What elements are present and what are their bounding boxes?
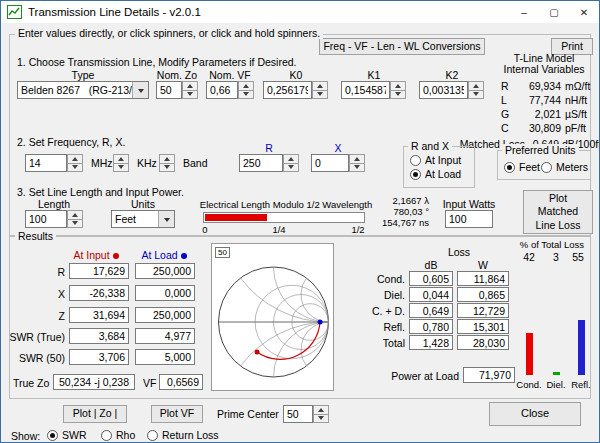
radio-at-load[interactable]: At Load (410, 168, 461, 180)
plot-vf-button[interactable]: Plot VF (151, 405, 203, 423)
bar-label-diel: Diel. (542, 379, 570, 390)
tline-g-value: 2,021 (511, 108, 561, 120)
close-button[interactable]: Close (489, 402, 581, 426)
tline-r-value: 69,934 (511, 80, 561, 92)
radio-meters[interactable]: Meters (541, 161, 588, 173)
x-spinner[interactable] (349, 154, 365, 172)
power-at-load-value: 71,970 (463, 367, 515, 383)
radio-icon (504, 162, 515, 173)
plot-zo-button[interactable]: Plot | Zo | (63, 405, 127, 423)
nom-zo-input[interactable] (156, 81, 182, 99)
type-label: Type (17, 69, 149, 81)
maximize-icon[interactable]: ▢ (539, 1, 569, 23)
mhz-label: MHz (91, 157, 113, 169)
result-row-label: R (9, 266, 65, 278)
radio-icon (410, 155, 421, 166)
nom-vf-spinner[interactable] (238, 81, 254, 99)
k2-spinner[interactable] (468, 81, 484, 99)
k1-spinner[interactable] (390, 81, 406, 99)
input-watts-input[interactable] (445, 210, 493, 228)
k2-input[interactable] (419, 81, 468, 99)
band-label: Band (183, 157, 208, 169)
nom-vf-label: Nom. VF (205, 69, 255, 81)
radio-at-input[interactable]: At Input (410, 154, 461, 166)
prime-center-spinner[interactable] (313, 405, 329, 423)
k0-spinner[interactable] (312, 81, 328, 99)
frequency-spinner[interactable] (67, 154, 83, 172)
line-type-select[interactable]: Belden 8267 (RG-213/U) (17, 81, 149, 99)
tline-l-sym: L (501, 94, 507, 106)
chevron-down-icon[interactable] (132, 82, 148, 98)
nom-zo-spinner[interactable] (182, 81, 198, 99)
true-zo-label: True Zo (13, 377, 49, 389)
r-and-x-group (403, 146, 475, 188)
app-icon (7, 5, 22, 19)
diel-loss-bar (553, 372, 560, 375)
length-label: Length (25, 198, 83, 210)
radio-show-swr[interactable]: SWR (47, 429, 87, 441)
loss-diel-w: 0,865 (457, 287, 509, 302)
k0-input[interactable] (263, 81, 312, 99)
loss-row-label: C. + D. (351, 305, 405, 317)
instruction-text: Enter values directly, or click spinners… (15, 27, 323, 39)
pct-refl-value: 55 (570, 251, 586, 263)
loss-cd-w: 12,729 (457, 303, 509, 318)
radio-feet[interactable]: Feet (504, 161, 540, 173)
loss-cond-db: 0,605 (409, 271, 453, 286)
true-zo-value: 50,234 -j 0,238 (53, 374, 135, 390)
loss-row-label: Diel. (351, 289, 405, 301)
at-input-marker-dot (113, 253, 119, 259)
loss-cond-w: 11,864 (457, 271, 509, 286)
minimize-icon[interactable]: – (509, 1, 539, 23)
k1-input[interactable] (341, 81, 390, 99)
tline-model-title-2: Internal Variables (495, 63, 593, 75)
result-z-at-load: 250,000 (135, 307, 195, 323)
units-value: Feet (112, 211, 158, 227)
frequency-input[interactable] (25, 154, 67, 172)
bar-label-refl: Refl. (567, 379, 595, 390)
length-input[interactable] (25, 210, 67, 228)
nom-vf-input[interactable] (206, 81, 238, 99)
khz-step-spinner[interactable] (159, 154, 175, 172)
conversions-button[interactable]: Freq - VF - Len - WL Conversions (319, 38, 485, 55)
tline-l-value: 77,744 (511, 94, 561, 106)
at-input-header: At Input (63, 249, 129, 261)
vf-result-value: 0,6569 (159, 374, 203, 390)
result-swr-50-at-load: 5,000 (135, 349, 195, 365)
loss-total-w: 28,030 (457, 335, 509, 350)
scale-0: 0 (201, 224, 209, 235)
prime-center-input[interactable] (283, 405, 313, 423)
loss-title: Loss (434, 246, 484, 258)
readout-ns: 154,767 ns (369, 217, 429, 228)
chevron-down-icon[interactable] (158, 211, 174, 227)
at-load-header: At Load (131, 249, 197, 261)
mhz-step-spinner[interactable] (113, 154, 129, 172)
power-at-load-label: Power at Load (367, 370, 459, 382)
scale-half: 1/2 (350, 224, 366, 235)
plot-matched-line-loss-button[interactable]: Plot Matched Line Loss (523, 190, 593, 234)
radio-show-return-loss[interactable]: Return Loss (147, 429, 219, 441)
result-row-label: X (9, 288, 65, 300)
close-icon[interactable]: ✕ (569, 1, 599, 23)
prime-center-label: Prime Center (217, 408, 279, 420)
x-input[interactable] (311, 154, 349, 172)
r-spinner[interactable] (283, 154, 299, 172)
r-input[interactable] (239, 154, 283, 172)
nom-zo-label: Nom. Zo (152, 69, 202, 81)
radio-icon (101, 430, 112, 441)
k2-label: K2 (427, 69, 477, 81)
result-row-label: SWR (True) (9, 331, 65, 343)
tline-g-sym: G (501, 108, 509, 120)
radio-show-rho[interactable]: Rho (101, 429, 135, 441)
input-point-marker (255, 350, 260, 355)
radio-icon (47, 430, 58, 441)
khz-label: KHz (137, 157, 157, 169)
load-point-marker (318, 320, 323, 325)
result-r-at-load: 250,000 (135, 263, 195, 279)
units-select[interactable]: Feet (111, 210, 175, 228)
pct-loss-title: % of Total Loss (511, 239, 593, 250)
loss-total-db: 1,428 (409, 335, 453, 350)
length-spinner[interactable] (67, 210, 83, 228)
at-load-marker-dot (181, 253, 187, 259)
k1-label: K1 (349, 69, 399, 81)
